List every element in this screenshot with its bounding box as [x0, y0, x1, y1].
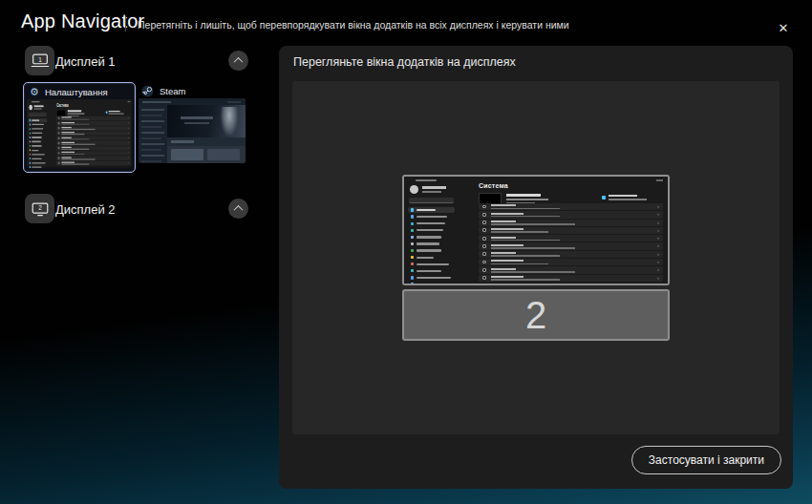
settings-row-skeleton: › [56, 121, 130, 126]
laptop-icon: 1 [30, 51, 51, 72]
display-2-preview-number: 2 [525, 294, 546, 337]
app-thumbnail-settings[interactable]: ⚙ Налаштування [23, 82, 136, 173]
settings-nav-item-skeleton [408, 262, 455, 267]
settings-heading: Система [56, 103, 130, 107]
mini-settings-screenshot: Система › › [404, 177, 668, 284]
settings-row-skeleton: › [479, 203, 663, 210]
settings-nav-item-skeleton [408, 207, 455, 213]
settings-row-skeleton: › [56, 146, 130, 151]
settings-nav-item-skeleton [29, 136, 48, 139]
settings-row-skeleton: › [56, 156, 130, 160]
avatar [29, 105, 32, 111]
settings-nav-item-skeleton [29, 123, 48, 127]
app-thumbnail-steam-label: Steam [160, 86, 185, 96]
settings-search-skeleton [29, 113, 47, 116]
display-1-number: 1 [38, 55, 42, 62]
settings-nav-item-skeleton [29, 127, 48, 131]
display-1-preview[interactable]: Система › › [402, 175, 670, 285]
settings-row-skeleton: › [56, 126, 130, 131]
page-subtitle: Перетягніть і лишіть, щоб перевпорядкува… [138, 19, 569, 31]
settings-row-skeleton: › [56, 131, 130, 136]
settings-row-skeleton: › [479, 251, 663, 258]
display-1-chip: 1 [25, 46, 54, 75]
settings-nav-item-skeleton [408, 220, 455, 226]
settings-nav-item-skeleton [408, 275, 455, 281]
chevron-up-icon [234, 57, 244, 67]
settings-nav-item-skeleton [408, 214, 455, 220]
display-2-label: Дисплей 2 [55, 202, 116, 217]
display-arrangement-area: Система › › [292, 81, 780, 434]
settings-heading: Система [479, 182, 663, 189]
display-1-collapse-button[interactable] [228, 51, 248, 71]
settings-nav-item-skeleton [29, 139, 48, 143]
settings-row-skeleton: › [56, 141, 130, 146]
avatar [410, 185, 418, 194]
settings-row-skeleton: › [479, 227, 663, 234]
settings-nav-item-skeleton [29, 157, 48, 160]
settings-nav-item-skeleton [408, 282, 455, 285]
app-thumbnail-settings-label: Налаштування [45, 87, 108, 97]
title-divider [125, 16, 126, 32]
gear-icon: ⚙ [30, 87, 39, 97]
settings-nav-item-skeleton [29, 165, 48, 168]
settings-row-skeleton: › [479, 275, 663, 282]
display-2-chip: 2 [25, 194, 54, 223]
settings-nav-item-skeleton [408, 241, 455, 246]
settings-nav-item-skeleton [29, 153, 48, 157]
display-2-number: 2 [38, 204, 42, 211]
settings-row-skeleton: › [479, 235, 663, 242]
settings-nav-item-skeleton [408, 247, 455, 253]
app-thumbnail-steam[interactable]: Steam [139, 84, 246, 166]
settings-row-skeleton: › [479, 211, 663, 218]
settings-row-skeleton: › [56, 161, 130, 166]
settings-nav-item-skeleton [408, 255, 455, 261]
settings-nav-item-skeleton [29, 118, 48, 122]
settings-nav-item-skeleton [408, 227, 455, 233]
settings-window-screenshot: Система › › › [27, 99, 132, 168]
monitor-icon: 2 [30, 199, 51, 220]
app-navigator-overlay: App Navigator Перетягніть і лишіть, щоб … [0, 0, 812, 504]
close-icon[interactable]: ✕ [774, 18, 793, 37]
settings-row-skeleton: › [56, 151, 130, 156]
settings-row-skeleton: › [479, 242, 663, 249]
chevron-up-icon [234, 205, 244, 215]
settings-nav-item-skeleton [29, 148, 48, 152]
settings-row-skeleton: › [56, 116, 130, 121]
settings-nav-item-skeleton [29, 144, 48, 148]
settings-nav-item-skeleton [29, 161, 48, 165]
settings-nav-item-skeleton [29, 132, 48, 136]
display-preview-panel: Перегляньте вікна додатків на дисплеях [279, 46, 793, 489]
preview-panel-heading: Перегляньте вікна додатків на дисплеях [293, 55, 516, 69]
display-1-label: Дисплей 1 [55, 54, 116, 69]
display-2-collapse-button[interactable] [228, 199, 248, 219]
display-2-preview[interactable]: 2 [402, 289, 670, 341]
settings-row-skeleton: › [479, 220, 663, 226]
settings-nav-item-skeleton [408, 234, 455, 240]
settings-row-skeleton: › [479, 259, 663, 265]
settings-row-skeleton: › [56, 136, 130, 141]
apply-and-close-button[interactable]: Застосувати і закрити [631, 446, 781, 474]
settings-nav-item-skeleton [408, 268, 455, 274]
mini-settings-screenshot: Система › › › [27, 99, 132, 167]
steam-window-screenshot [139, 98, 246, 163]
settings-row-skeleton: › [479, 266, 663, 273]
steam-logo-icon [141, 85, 154, 97]
settings-search-skeleton [409, 198, 454, 203]
